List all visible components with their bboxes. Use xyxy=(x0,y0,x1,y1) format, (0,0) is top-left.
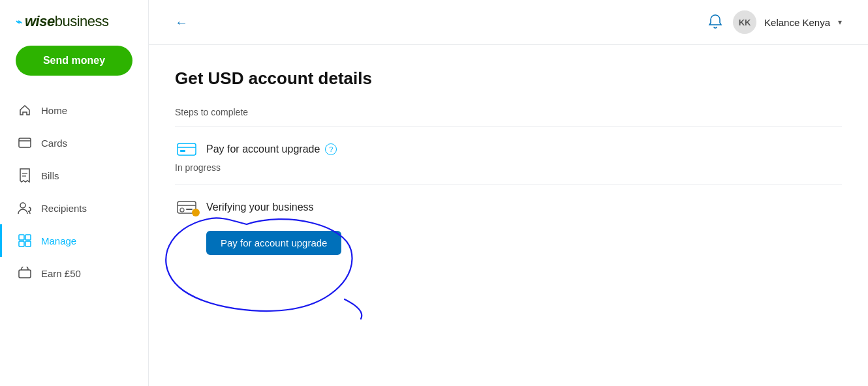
help-icon[interactable]: ? xyxy=(325,143,337,155)
sidebar-item-cards[interactable]: Cards xyxy=(0,126,148,159)
bills-icon xyxy=(18,168,32,183)
svg-rect-7 xyxy=(19,241,24,246)
cards-icon xyxy=(18,136,32,150)
annotation-circle xyxy=(149,205,364,322)
sidebar-item-earn-label: Earn £50 xyxy=(41,268,81,279)
step1-icon xyxy=(175,140,198,158)
steps-label: Steps to complete xyxy=(175,107,842,117)
pay-button-wrapper: Pay for account upgrade xyxy=(175,231,341,255)
recipients-icon xyxy=(18,201,32,215)
sidebar-item-home-label: Home xyxy=(41,105,67,116)
logo-text: wisebusiness xyxy=(25,13,109,30)
sidebar-item-earn[interactable]: Earn £50 xyxy=(0,257,148,290)
sidebar-item-home[interactable]: Home xyxy=(0,94,148,126)
svg-rect-12 xyxy=(180,150,185,152)
sidebar-item-bills-label: Bills xyxy=(41,170,59,181)
step1-status: In progress xyxy=(175,162,842,173)
svg-rect-6 xyxy=(25,235,31,240)
orange-dot xyxy=(192,209,200,216)
svg-rect-10 xyxy=(178,143,196,155)
page-content: Get USD account details Steps to complet… xyxy=(149,45,868,386)
sidebar-item-bills[interactable]: Bills xyxy=(0,159,148,192)
sidebar: ⌁ wisebusiness Send money Home Cards xyxy=(0,0,149,386)
step1-title: Pay for account upgrade xyxy=(206,143,320,155)
svg-rect-16 xyxy=(186,209,193,210)
svg-rect-0 xyxy=(19,138,31,147)
user-name: Kelance Kenya xyxy=(764,17,830,28)
step2-icon xyxy=(175,198,198,216)
svg-rect-8 xyxy=(25,241,31,246)
avatar: KK xyxy=(733,10,756,34)
sidebar-item-manage-label: Manage xyxy=(41,235,76,246)
pay-for-upgrade-button[interactable]: Pay for account upgrade xyxy=(206,231,341,255)
earn-icon xyxy=(18,266,32,280)
send-money-button[interactable]: Send money xyxy=(16,46,132,76)
user-area: KK Kelance Kenya ▾ xyxy=(707,10,842,34)
step1-row: Pay for account upgrade ? xyxy=(175,140,842,158)
divider-1 xyxy=(175,126,842,127)
logo: ⌁ wisebusiness xyxy=(0,13,148,46)
manage-icon xyxy=(18,233,32,248)
step2-row: Verifying your business xyxy=(175,198,842,216)
notification-bell-icon[interactable] xyxy=(707,13,725,31)
logo-business: business xyxy=(55,13,109,29)
back-button[interactable]: ← xyxy=(175,15,188,30)
sidebar-item-recipients[interactable]: Recipients xyxy=(0,192,148,224)
chevron-down-icon[interactable]: ▾ xyxy=(838,18,842,27)
topbar: ← KK Kelance Kenya ▾ xyxy=(149,0,868,45)
svg-rect-9 xyxy=(19,270,31,278)
svg-rect-5 xyxy=(19,235,24,240)
sidebar-item-manage[interactable]: Manage xyxy=(0,224,148,257)
svg-point-4 xyxy=(20,203,25,208)
logo-wise: wise xyxy=(25,13,55,29)
home-icon xyxy=(18,103,32,117)
svg-point-15 xyxy=(180,208,184,212)
page-title: Get USD account details xyxy=(175,68,842,89)
wise-logo-icon: ⌁ xyxy=(16,16,22,28)
main-content: ← KK Kelance Kenya ▾ Get USD account det… xyxy=(149,0,868,386)
sidebar-item-cards-label: Cards xyxy=(41,138,67,149)
divider-2 xyxy=(175,185,842,185)
sidebar-item-recipients-label: Recipients xyxy=(41,203,87,214)
step2-title: Verifying your business xyxy=(206,201,314,213)
